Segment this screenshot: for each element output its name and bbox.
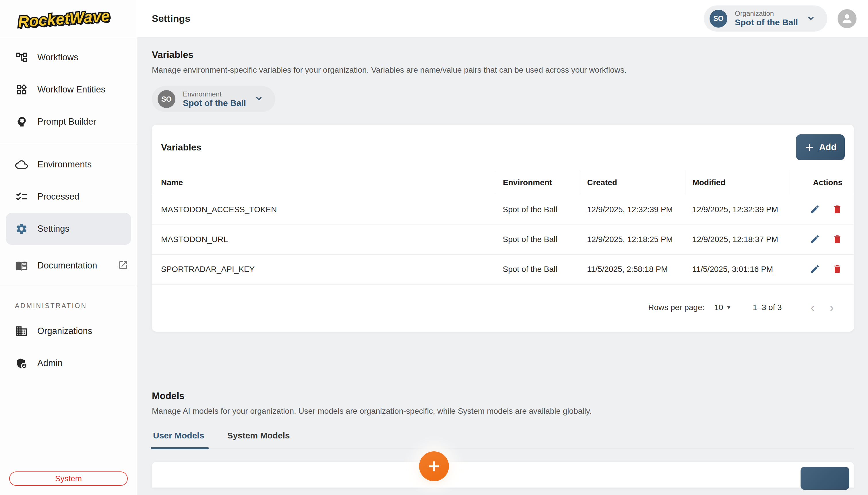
variable-created: 11/5/2025, 2:58:18 PM <box>580 254 685 284</box>
sidebar-item-label: Organizations <box>37 326 92 336</box>
sidebar-item-processed[interactable]: Processed <box>0 181 137 213</box>
sidebar-divider <box>0 287 137 287</box>
admin-section-label: ADMINISTRATION <box>0 292 137 315</box>
widgets-icon <box>15 83 28 96</box>
column-header-created: Created <box>580 171 685 195</box>
pencil-icon <box>810 234 820 244</box>
column-header-name: Name <box>152 171 496 195</box>
models-tabs: User Models System Models <box>152 431 854 448</box>
pagination-range: 1–3 of 3 <box>752 303 782 312</box>
tab-user-models[interactable]: User Models <box>152 431 205 448</box>
delete-variable-button[interactable] <box>830 261 845 277</box>
admin-shield-icon <box>15 357 28 370</box>
sidebar-item-workflow-entities[interactable]: Workflow Entities <box>0 73 137 106</box>
plus-icon <box>427 459 441 474</box>
variable-created: 12/9/2025, 12:18:25 PM <box>580 224 685 254</box>
edit-variable-button[interactable] <box>808 232 822 248</box>
page-title: Settings <box>152 13 190 24</box>
sidebar-item-organizations[interactable]: Organizations <box>0 315 137 347</box>
trash-icon <box>832 234 843 244</box>
plus-icon <box>804 142 815 152</box>
sidebar-item-admin[interactable]: Admin <box>0 347 137 379</box>
variable-modified: 12/9/2025, 12:18:37 PM <box>685 224 788 254</box>
sidebar: RocketWave Workflows Workflow Entities P… <box>0 0 137 495</box>
main-content: Variables Manage environment-specific va… <box>137 37 868 495</box>
variables-card: Variables Add Name Environment Created M… <box>152 125 854 331</box>
rows-per-page-select[interactable]: 10 ▾ <box>714 303 730 312</box>
variable-environment: Spot of the Ball <box>496 224 580 254</box>
models-section-description: Manage AI models for your organization. … <box>152 407 854 416</box>
tab-system-models[interactable]: System Models <box>226 431 291 448</box>
variables-table: Name Environment Created Modified Action… <box>152 171 854 285</box>
variable-modified: 12/9/2025, 12:32:39 PM <box>685 195 788 224</box>
system-button[interactable]: System <box>9 472 128 486</box>
environment-selector[interactable]: SO Environment Spot of the Ball <box>152 86 275 112</box>
next-page-button[interactable]: › <box>822 301 841 314</box>
gear-icon <box>15 222 28 236</box>
workflow-tree-icon <box>15 51 28 64</box>
variable-modified: 11/5/2025, 3:01:16 PM <box>685 254 788 284</box>
previous-page-button[interactable]: ‹ <box>803 301 822 314</box>
caret-down-icon: ▾ <box>727 304 730 311</box>
user-avatar[interactable] <box>837 9 856 28</box>
sidebar-item-label: Environments <box>37 159 92 170</box>
variables-section-description: Manage environment-specific variables fo… <box>152 66 854 75</box>
organization-avatar: SO <box>710 10 727 28</box>
models-section-title: Models <box>152 391 854 402</box>
checklist-icon <box>15 190 28 203</box>
sidebar-item-workflows[interactable]: Workflows <box>0 41 137 73</box>
add-floating-action-button[interactable] <box>419 451 449 481</box>
organization-selector-label: Organization <box>735 10 798 18</box>
edit-variable-button[interactable] <box>808 261 822 277</box>
rows-per-page-label: Rows per page: <box>648 303 705 312</box>
sidebar-item-settings[interactable]: Settings <box>6 213 131 245</box>
app-logo[interactable]: RocketWave <box>0 0 137 37</box>
variables-card-title: Variables <box>161 142 202 153</box>
pencil-icon <box>810 204 820 215</box>
cloud-icon <box>15 158 28 171</box>
external-link-icon <box>118 260 128 271</box>
book-icon <box>15 259 28 272</box>
variable-name: MASTODON_URL <box>152 224 496 254</box>
sidebar-item-label: Workflows <box>37 52 78 63</box>
table-row: SPORTRADAR_API_KEY Spot of the Ball 11/5… <box>152 254 854 284</box>
sidebar-item-documentation[interactable]: Documentation <box>0 250 137 282</box>
table-row: MASTODON_URL Spot of the Ball 12/9/2025,… <box>152 224 854 254</box>
variable-created: 12/9/2025, 12:32:39 PM <box>580 195 685 224</box>
sidebar-item-label: Admin <box>37 358 63 369</box>
variable-environment: Spot of the Ball <box>496 195 580 224</box>
sidebar-item-label: Workflow Entities <box>37 84 105 95</box>
app-logo-text: RocketWave <box>17 6 110 31</box>
models-card <box>152 462 854 488</box>
table-pagination: Rows per page: 10 ▾ 1–3 of 3 ‹ › <box>152 285 854 331</box>
organization-selector-value: Spot of the Ball <box>735 18 798 28</box>
table-row: MASTODON_ACCESS_TOKEN Spot of the Ball 1… <box>152 195 854 224</box>
sidebar-item-label: Documentation <box>37 260 97 271</box>
column-header-actions: Actions <box>788 171 854 195</box>
add-model-button[interactable] <box>801 467 849 490</box>
column-header-modified: Modified <box>685 171 788 195</box>
building-icon <box>15 324 28 338</box>
variables-section-title: Variables <box>152 49 854 60</box>
chevron-down-icon <box>806 13 816 24</box>
sidebar-item-label: Processed <box>37 191 79 202</box>
trash-icon <box>832 264 843 274</box>
delete-variable-button[interactable] <box>830 202 845 218</box>
rows-per-page-value: 10 <box>714 303 723 312</box>
sidebar-item-prompt-builder[interactable]: Prompt Builder <box>0 106 137 138</box>
sidebar-item-environments[interactable]: Environments <box>0 149 137 181</box>
trash-icon <box>832 204 843 215</box>
organization-selector[interactable]: SO Organization Spot of the Ball <box>704 5 827 31</box>
psychology-head-icon <box>15 115 28 129</box>
environment-selector-value: Spot of the Ball <box>183 98 246 108</box>
edit-variable-button[interactable] <box>808 202 822 218</box>
sidebar-item-label: Prompt Builder <box>37 117 96 127</box>
delete-variable-button[interactable] <box>830 232 845 248</box>
add-variable-button-label: Add <box>819 142 836 152</box>
environment-selector-label: Environment <box>183 90 246 98</box>
add-variable-button[interactable]: Add <box>796 134 845 160</box>
variable-name: SPORTRADAR_API_KEY <box>152 254 496 284</box>
variable-name: MASTODON_ACCESS_TOKEN <box>152 195 496 224</box>
person-icon <box>840 12 854 25</box>
pencil-icon <box>810 264 820 274</box>
